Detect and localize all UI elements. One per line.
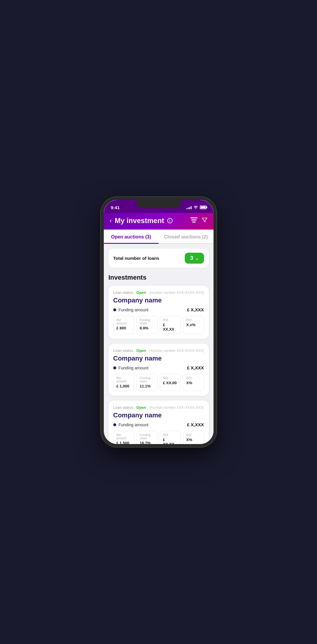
tab-open-auctions[interactable]: Open auctions (3)	[104, 230, 159, 243]
loan-status-label-3: Loan status : Open	[113, 405, 146, 410]
notch	[136, 200, 181, 208]
loan-status-label-2: Loan status : Open	[113, 348, 146, 353]
company-name-3: Company name	[113, 411, 204, 419]
stat-roi-amount-2: ROI £ XX.00	[160, 374, 181, 391]
stat-bid-amount-2: Bid amount £ 1,000	[113, 374, 134, 391]
page-title: My investment	[115, 217, 164, 225]
stat-funding-share-2: Funding share 11.1%	[136, 374, 157, 391]
filter-icon[interactable]	[202, 217, 208, 225]
tabs-container: Open auctions (3) Closed auctions (2)	[104, 230, 214, 244]
funding-amount-1: £ X,XXX	[187, 307, 204, 312]
funding-label-2: Funding amount	[119, 366, 149, 370]
auction-number-1: (Auction number XXX-XXXX-XXX)	[149, 291, 204, 295]
funding-amount-2: £ X,XXX	[187, 365, 204, 370]
loan-status-value-1: Open	[136, 290, 146, 295]
chevron-down-icon: ⌄	[195, 256, 199, 261]
stat-funding-share-3: Funding share 16.7%	[136, 431, 157, 444]
battery-icon	[200, 206, 206, 209]
status-icons	[186, 205, 206, 210]
stats-row-3: Bid amount £ 1,500 Funding share 16.7% R…	[113, 431, 204, 444]
investments-section-title: Investments	[109, 274, 209, 281]
auction-number-3: (Auction number XXX-XXXX-XXX)	[149, 406, 204, 410]
dot-icon-3	[113, 423, 116, 426]
loan-status-value-2: Open	[136, 348, 146, 353]
dot-icon-1	[113, 308, 116, 311]
stat-bid-amount-3: Bid amount £ 1,500	[113, 431, 134, 444]
funding-label-3: Funding amount	[119, 422, 149, 427]
company-name-2: Company name	[113, 355, 204, 362]
page-header: ‹ My investment i	[104, 213, 214, 230]
loan-status-label-1: Loan status : Open	[113, 290, 146, 295]
stats-row-2: Bid amount £ 1,000 Funding share 11.1% R…	[113, 374, 204, 391]
stat-roi-amount-3: ROI £ XX.XX	[160, 431, 181, 444]
wifi-icon	[193, 205, 198, 210]
investment-card-2[interactable]: Loan status : Open (Auction number XXX-X…	[109, 344, 209, 396]
main-content: Total number of loans 3 ⌄ Investments Lo…	[104, 244, 214, 444]
company-name-1: Company name	[113, 297, 204, 304]
signal-icon	[186, 206, 192, 209]
svg-rect-1	[191, 220, 197, 220]
svg-rect-2	[192, 222, 196, 222]
auction-number-2: (Auction number XXX-XXXX-XXX)	[149, 349, 204, 353]
total-loans-label: Total number of loans	[113, 256, 160, 261]
info-icon[interactable]: i	[167, 218, 173, 223]
stat-roi-pct-2: ROI X%	[183, 374, 204, 391]
loans-count: 3	[190, 255, 193, 261]
investment-card-1[interactable]: Loan status : Open (Auction number XXX-X…	[109, 286, 209, 339]
loan-status-value-3: Open	[136, 405, 146, 410]
stat-funding-share-1: Funding share 8.9%	[136, 316, 157, 334]
svg-rect-0	[190, 217, 197, 218]
stat-roi-amount-1: ROI £ XX.XX	[160, 316, 181, 334]
phone-frame: 9:41 ‹	[101, 197, 216, 447]
loans-count-badge[interactable]: 3 ⌄	[185, 253, 204, 264]
phone-inner: 9:41 ‹	[104, 200, 214, 444]
stats-row-1: Bid amount £ 800 Funding share 8.9% ROI …	[113, 316, 204, 334]
back-button[interactable]: ‹	[110, 217, 112, 225]
investment-card-3[interactable]: Loan status : Open (Auction number XXX-X…	[109, 401, 209, 444]
stat-bid-amount-1: Bid amount £ 800	[113, 316, 134, 334]
sort-icon[interactable]	[190, 217, 197, 224]
stat-roi-pct-1: ROI X.x%	[183, 316, 204, 334]
funding-label-1: Funding amount	[119, 307, 149, 312]
funding-amount-3: £ X,XXX	[187, 422, 204, 427]
tab-closed-auctions[interactable]: Closed auctions (2)	[159, 230, 214, 243]
total-loans-row: Total number of loans 3 ⌄	[109, 249, 209, 268]
dot-icon-2	[113, 366, 116, 369]
status-time: 9:41	[111, 205, 120, 210]
stat-roi-pct-3: ROI X%	[183, 431, 204, 444]
